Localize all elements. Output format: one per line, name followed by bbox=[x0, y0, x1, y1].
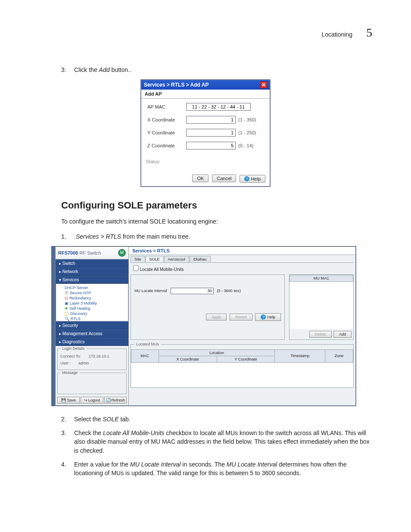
located-table: MAC Location Timestamp Zone X Coordinate… bbox=[131, 349, 353, 388]
tree-item: 🔍RTLS bbox=[59, 316, 126, 321]
help-icon: ? bbox=[244, 176, 249, 181]
step-number: 3. bbox=[61, 65, 69, 74]
rtls-panel: RFS7000 RF Switch M ▸ Switch ▸ Network ▾… bbox=[55, 246, 356, 406]
intro-text: To configure the switch's internal SOLE … bbox=[61, 217, 372, 226]
tab-site[interactable]: Site bbox=[131, 256, 145, 262]
add-ap-dialog: Services > RTLS > Add AP ✕ Add AP AP MAC… bbox=[140, 79, 271, 187]
nav-management[interactable]: ▸ Management Access bbox=[56, 330, 128, 338]
tree-item: DHCP Server bbox=[59, 285, 126, 290]
interval-hint: (5 - 3600 sec) bbox=[217, 289, 241, 293]
tab-aeroscout[interactable]: Aeroscout bbox=[164, 256, 190, 262]
logout-button[interactable]: ↪ Logout bbox=[81, 397, 103, 404]
help-icon: ? bbox=[261, 314, 266, 320]
message-box: Message bbox=[57, 373, 127, 394]
x-coord-input[interactable] bbox=[186, 116, 236, 124]
help-button[interactable]: ?Help bbox=[255, 313, 281, 321]
add-button[interactable]: Add bbox=[333, 331, 352, 338]
x-coord-label: X Coordinate bbox=[147, 117, 186, 122]
chapter-number: 5 bbox=[366, 26, 372, 40]
col-timestamp[interactable]: Timestamp bbox=[275, 349, 325, 362]
tab-sole[interactable]: SOLE bbox=[146, 256, 164, 262]
col-zone[interactable]: Zone bbox=[325, 349, 353, 362]
step-number: 4. bbox=[61, 460, 69, 478]
nav-switch[interactable]: ▸ Switch bbox=[56, 259, 128, 268]
section-heading: Configuring SOLE parameters bbox=[61, 200, 372, 211]
tree-item: ▣Layer 3 Mobility bbox=[59, 301, 126, 306]
dialog-breadcrumb: Services > RTLS > Add AP bbox=[144, 82, 209, 88]
brand-bar: RFS7000 RF Switch M bbox=[56, 247, 128, 259]
mu-mac-list[interactable] bbox=[290, 282, 353, 329]
ap-mac-input[interactable] bbox=[186, 103, 251, 111]
nav-network[interactable]: ▸ Network bbox=[56, 268, 128, 276]
tab-ekahau[interactable]: Ekahau bbox=[190, 256, 211, 262]
revert-button[interactable]: Revert bbox=[230, 314, 252, 320]
instruction-step: 2. Select the SOLE tab. bbox=[61, 415, 372, 423]
interval-label: MU Locate Interval bbox=[134, 289, 167, 293]
instruction-step: 1. .Services > RTLS from the main menu t… bbox=[61, 232, 372, 241]
col-y[interactable]: Y Coordinate bbox=[217, 356, 275, 362]
close-icon[interactable]: ✕ bbox=[260, 81, 267, 88]
instruction-step: 3. Click the Add button.. bbox=[61, 65, 372, 74]
col-location[interactable]: Location bbox=[159, 349, 275, 356]
tree-item: ⊟Redundancy bbox=[59, 296, 126, 301]
main-panel: Services > RTLS Site SOLE Aeroscout Ekah… bbox=[129, 247, 355, 405]
delete-button[interactable]: Delete bbox=[309, 331, 332, 338]
tab-bar: Site SOLE Aeroscout Ekahau bbox=[129, 255, 355, 262]
step-text: .Services > RTLS from the main menu tree… bbox=[74, 232, 372, 241]
step-number: 2. bbox=[61, 415, 69, 423]
step-text: Click the Add button.. bbox=[74, 65, 372, 74]
help-button[interactable]: ?Help bbox=[240, 175, 265, 183]
page-header: Locationing 5 bbox=[39, 26, 372, 40]
ap-mac-label: AP MAC bbox=[147, 104, 186, 109]
breadcrumb: Services > RTLS bbox=[129, 247, 355, 255]
sidebar: RFS7000 RF Switch M ▸ Switch ▸ Network ▾… bbox=[56, 247, 129, 405]
nav-services[interactable]: ▾ Services bbox=[56, 276, 128, 283]
x-coord-hint: (1 - 350) bbox=[238, 117, 256, 122]
interval-input[interactable] bbox=[171, 288, 214, 294]
ok-button[interactable]: OK bbox=[192, 174, 209, 182]
col-x[interactable]: X Coordinate bbox=[159, 356, 217, 362]
dialog-subtitle: Add AP bbox=[141, 90, 270, 99]
logo-icon: M bbox=[118, 249, 126, 257]
y-coord-hint: (1 - 250) bbox=[238, 130, 256, 135]
y-coord-input[interactable] bbox=[186, 129, 236, 137]
step-number: 3. bbox=[61, 429, 69, 455]
login-details: Login Details Connect To:172.16.10.1 Use… bbox=[57, 348, 127, 370]
locate-all-checkbox[interactable]: Locate All Mobile-Units bbox=[133, 267, 184, 272]
save-button[interactable]: 💾 Save bbox=[57, 397, 80, 404]
y-coord-label: Y Coordinate bbox=[147, 130, 186, 135]
apply-button[interactable]: Apply bbox=[206, 314, 227, 320]
dialog-titlebar: Services > RTLS > Add AP ✕ bbox=[141, 80, 270, 90]
nav-diagnostics[interactable]: ▸ Diagnostics bbox=[56, 338, 128, 346]
step-number: 1. bbox=[61, 232, 69, 241]
instruction-step: 3. Check the Locate All Mobile-Units che… bbox=[61, 429, 372, 455]
section-name: Locationing bbox=[321, 31, 352, 38]
nav-security[interactable]: ▸ Security bbox=[56, 321, 128, 330]
col-mac[interactable]: MAC bbox=[131, 349, 159, 362]
instruction-step: 4. Enter a value for the MU Locate Inter… bbox=[61, 460, 372, 478]
located-body bbox=[131, 362, 353, 387]
interval-area: MU Locate Interval (5 - 3600 sec) Apply … bbox=[131, 274, 285, 340]
tree-item: ⏱Secure NTP bbox=[59, 290, 126, 296]
mu-mac-header: MU MAC bbox=[290, 275, 353, 282]
located-mus: Located MUs MAC Location Timestamp Zone … bbox=[131, 344, 354, 388]
z-coord-label: Z Coordinate bbox=[147, 143, 186, 148]
z-coord-hint: (0 - 14) bbox=[238, 143, 253, 148]
services-tree[interactable]: DHCP Server ⏱Secure NTP ⊟Redundancy ▣Lay… bbox=[56, 283, 128, 321]
mu-mac-panel: MU MAC Delete Add bbox=[289, 274, 354, 340]
tree-item: ◯Discovery bbox=[59, 311, 126, 316]
cancel-button[interactable]: Cancel bbox=[212, 174, 236, 182]
tree-item: ✚Self Healing bbox=[59, 306, 126, 311]
refresh-button[interactable]: 🔄 Refresh bbox=[104, 397, 127, 404]
z-coord-input[interactable] bbox=[186, 142, 236, 149]
status-label: Status: bbox=[141, 157, 270, 172]
